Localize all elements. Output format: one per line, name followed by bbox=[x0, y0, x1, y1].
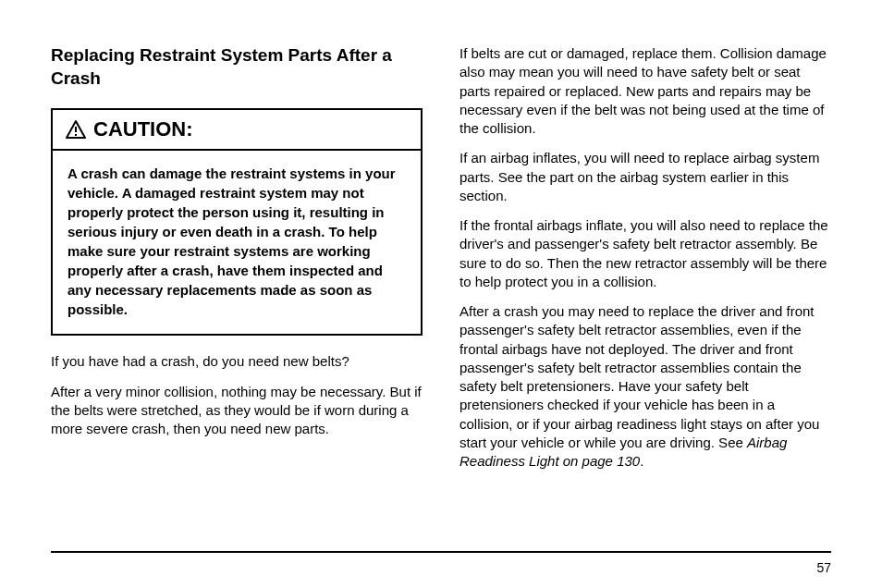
caution-body-text: A crash can damage the restraint systems… bbox=[53, 151, 421, 334]
caution-label: CAUTION: bbox=[93, 117, 193, 141]
svg-rect-0 bbox=[75, 127, 77, 132]
caution-header: CAUTION: bbox=[53, 110, 421, 151]
two-column-layout: Replacing Restraint System Parts After a… bbox=[51, 44, 831, 482]
paragraph-text: . bbox=[640, 453, 643, 469]
body-paragraph: After a very minor collision, nothing ma… bbox=[51, 383, 423, 439]
paragraph-text: After a crash you may need to replace th… bbox=[459, 303, 819, 450]
body-paragraph: If you have had a crash, do you need new… bbox=[51, 352, 423, 371]
body-paragraph: If the frontal airbags inflate, you will… bbox=[459, 216, 831, 291]
body-paragraph: If an airbag inflates, you will need to … bbox=[459, 149, 831, 205]
caution-box: CAUTION: A crash can damage the restrain… bbox=[51, 108, 423, 336]
right-column: If belts are cut or damaged, replace the… bbox=[459, 44, 831, 482]
svg-rect-1 bbox=[75, 134, 77, 136]
body-paragraph: If belts are cut or damaged, replace the… bbox=[459, 44, 831, 138]
page-number: 57 bbox=[816, 560, 831, 575]
section-heading: Replacing Restraint System Parts After a… bbox=[51, 44, 423, 90]
footer-divider bbox=[51, 551, 831, 553]
body-paragraph: After a crash you may need to replace th… bbox=[459, 302, 831, 471]
manual-page: Replacing Restraint System Parts After a… bbox=[0, 0, 882, 588]
left-column: Replacing Restraint System Parts After a… bbox=[51, 44, 423, 482]
warning-triangle-icon bbox=[66, 120, 86, 139]
